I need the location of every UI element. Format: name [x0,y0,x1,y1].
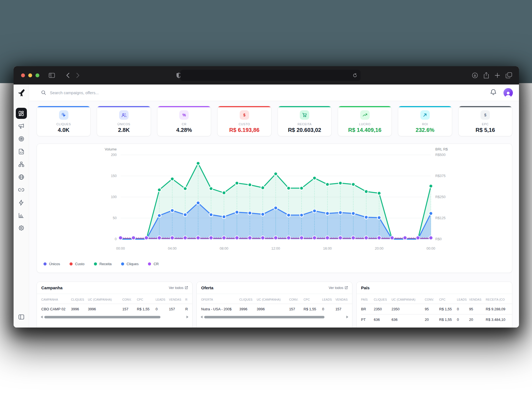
scrollbar-thumb[interactable] [204,316,324,318]
sidebar-item-reports[interactable] [16,210,27,221]
table-title: Oferta [201,285,213,290]
svg-text:R$500: R$500 [435,153,446,157]
legend-dot [94,262,97,265]
svg-text:20:00: 20:00 [375,247,383,250]
cart-icon [300,110,309,120]
svg-text:00:00: 00:00 [426,247,435,250]
legend-dot [148,262,151,265]
external-link-icon [345,286,348,289]
ver-todos-link[interactable]: Ver todos [329,286,348,290]
minimize-window-button[interactable] [28,73,32,77]
new-tab-icon[interactable] [495,73,500,78]
forward-button[interactable] [73,71,83,80]
notifications-bell-icon[interactable] [490,89,496,96]
sidebar-item-domains[interactable] [16,172,27,183]
oferta-table-card: Oferta Ver todos OFERTACLIQUESUC (CAMPAN… [196,282,352,328]
search-icon [41,90,46,95]
svg-text:R$250: R$250 [435,195,446,199]
share-icon[interactable] [484,72,489,79]
kpi-card-unicos: ÚNICOS 2.8K [97,106,151,136]
sidebar-item-flows[interactable] [16,159,27,170]
legend-item-cr[interactable]: CR [148,262,159,266]
kpi-label: ROI [422,122,428,126]
close-window-button[interactable] [21,73,25,77]
table-row[interactable]: PT63663620R$ 1,55020R$ 3.484,10 [361,314,512,325]
desktop: Search campaigns, offers... [0,0,532,399]
chrome-toolbar-right [472,66,512,85]
legend-item-cliques[interactable]: Cliques [121,262,139,266]
svg-text:16:00: 16:00 [323,247,332,250]
svg-text:100: 100 [111,195,117,199]
sidebar-item-settings[interactable] [16,222,27,234]
kpi-value: 2.8K [118,127,130,133]
downloads-icon[interactable] [472,72,478,78]
sidebar-toggle-icon[interactable] [47,71,57,80]
legend-label: CR [154,262,159,266]
scroll-left-arrow[interactable] [201,316,203,318]
zoom-window-button[interactable] [35,73,39,77]
reload-icon[interactable] [353,73,357,78]
scroll-right-arrow[interactable] [346,316,348,318]
svg-text:R$125: R$125 [435,216,446,220]
legend-label: Custo [75,262,85,266]
scrollbar-thumb[interactable] [44,316,160,318]
table-header-row: PAÍSCLIQUESUC (CAMPANHA)CONV.CPCLEADSVEN… [361,295,512,304]
kpi-row: CLIQUES 4.0K ÚNICOS 2.8K [37,106,512,136]
address-bar[interactable] [180,70,360,81]
external-link-icon [185,286,188,289]
svg-text:R$375: R$375 [435,174,446,178]
link-icon [18,188,24,191]
bar-chart-icon [19,213,24,218]
table-header-row: OFERTACLIQUESUC (CAMPANHA)CONV.CPCLEADSV… [201,295,352,304]
cursor-click-icon [59,110,68,120]
browser-chrome [14,66,519,85]
sidebar-item-landing-pages[interactable] [16,146,27,157]
legend-item-unicos[interactable]: Únicos [44,262,60,266]
chart-legend: Únicos Custo Receita Cliques CR [44,262,159,266]
sidebar-collapse-icon[interactable] [16,311,27,323]
kpi-label: EPC [482,122,488,126]
search-placeholder: Search campaigns, offers... [50,91,99,95]
legend-item-custo[interactable]: Custo [70,262,85,266]
sidebar-item-dashboard[interactable] [16,108,27,119]
table-row[interactable]: BR2350235095R$ 1,55095R$ 9.288,09 [361,304,512,314]
kpi-value: 232.6% [416,127,434,133]
svg-text:12:00: 12:00 [271,247,280,250]
horizontal-scrollbar [41,315,188,319]
legend-item-receita[interactable]: Receita [94,262,112,266]
kpi-label: ÚNICOS [117,122,130,126]
scroll-left-arrow[interactable] [41,316,43,318]
ver-todos-label: Ver todos [329,286,343,290]
app-logo[interactable] [14,85,29,101]
table-row[interactable]: CBO CAMP 0239963996157R$ 1,550157R [41,304,192,314]
target-icon [19,136,24,142]
dog-logo-icon [17,89,25,97]
ver-todos-link[interactable]: Ver todos [169,286,188,290]
legend-label: Únicos [49,262,60,266]
back-button[interactable] [63,71,73,80]
sidebar-nav [14,101,29,328]
sidebar-item-campaigns[interactable] [16,121,27,132]
globe-icon [19,174,24,180]
kpi-card-roi: ROI 232.6% [398,106,452,136]
svg-text:Volume: Volume [105,147,117,151]
traffic-chart-card: 0R$050R$125100R$250150R$375200R$500Volum… [37,144,512,273]
search-input[interactable]: Search campaigns, offers... [41,90,99,95]
campanha-table-card: Campanha Ver todos CAMPANHACLIQUESUC (CA… [37,282,193,328]
tab-overview-icon[interactable] [506,72,512,78]
sidebar-item-offers[interactable] [16,133,27,144]
kpi-value: R$ 20.603,02 [288,127,321,133]
hierarchy-icon [19,162,24,167]
table-row[interactable]: Nutra - USA - 200$39963996157R$ 1,550157 [201,304,352,314]
kpi-value: R$ 5,16 [475,127,495,133]
scroll-right-arrow[interactable] [186,316,188,318]
sidebar-item-automations[interactable] [16,197,27,208]
svg-text:08:00: 08:00 [220,247,228,250]
sidebar-item-links[interactable] [16,184,27,195]
megaphone-icon [19,124,24,129]
legend-dot [70,262,73,265]
svg-text:0: 0 [115,237,117,241]
kpi-card-cr: % CR 4.28% [157,106,211,136]
dollar-icon: $ [480,110,490,120]
user-avatar[interactable] [503,88,513,98]
